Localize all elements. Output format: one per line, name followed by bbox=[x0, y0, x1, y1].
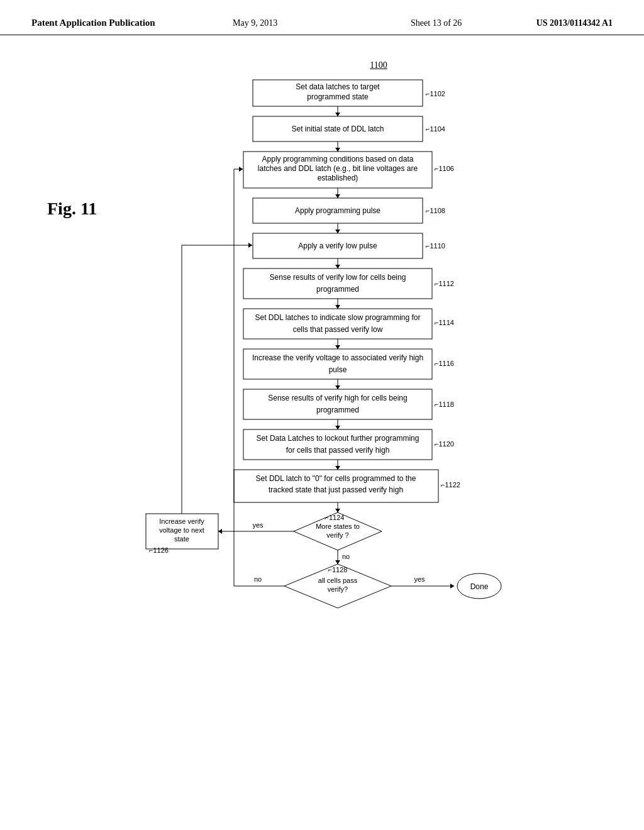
patent-number: US 2013/0114342 A1 bbox=[536, 18, 613, 28]
svg-marker-80 bbox=[335, 560, 340, 564]
svg-text:programmed state: programmed state bbox=[307, 92, 369, 101]
svg-marker-51 bbox=[335, 426, 340, 429]
svg-text:yes: yes bbox=[252, 521, 264, 529]
svg-text:cells that passed verify low: cells that passed verify low bbox=[293, 325, 383, 334]
svg-text:Set data latches to target: Set data latches to target bbox=[296, 82, 380, 91]
svg-text:tracked state that just passed: tracked state that just passed verify hi… bbox=[269, 485, 403, 494]
svg-text:Set initial state of DDL latch: Set initial state of DDL latch bbox=[292, 124, 384, 133]
svg-text:Apply a verify low pulse: Apply a verify low pulse bbox=[298, 241, 377, 250]
svg-marker-33 bbox=[335, 305, 340, 309]
svg-text:Increase verify: Increase verify bbox=[159, 517, 204, 525]
svg-text:More states to: More states to bbox=[316, 523, 360, 530]
svg-text:voltage to next: voltage to next bbox=[159, 526, 204, 534]
svg-text:⌐1118: ⌐1118 bbox=[435, 401, 454, 408]
svg-marker-78 bbox=[248, 243, 252, 248]
svg-marker-69 bbox=[218, 529, 222, 534]
svg-marker-22 bbox=[335, 230, 340, 233]
svg-text:no: no bbox=[254, 575, 262, 583]
svg-text:for cells that passed verify h: for cells that passed verify high bbox=[286, 446, 390, 455]
svg-text:Set DDL latch to "0" for cells: Set DDL latch to "0" for cells programme… bbox=[256, 474, 416, 483]
figure-label: Fig. 11 bbox=[47, 199, 97, 219]
svg-marker-87 bbox=[450, 584, 454, 589]
svg-text:programmed: programmed bbox=[316, 406, 359, 414]
svg-text:no: no bbox=[342, 553, 350, 560]
svg-text:verify?: verify? bbox=[328, 585, 348, 593]
page-header: Patent Application Publication May 9, 20… bbox=[0, 0, 644, 35]
svg-marker-17 bbox=[335, 194, 340, 198]
svg-marker-63 bbox=[335, 509, 340, 512]
main-content: Fig. 11 1100 Set data latches to target … bbox=[0, 35, 644, 822]
svg-text:latches and DDL latch (e.g., b: latches and DDL latch (e.g., bit line vo… bbox=[258, 164, 418, 173]
sheet-label: Sheet 13 of 26 bbox=[355, 18, 518, 28]
svg-text:Increase the verify voltage to: Increase the verify voltage to associate… bbox=[252, 353, 423, 362]
svg-text:⌐1120: ⌐1120 bbox=[435, 440, 454, 448]
svg-text:state: state bbox=[174, 535, 189, 543]
svg-text:yes: yes bbox=[414, 575, 425, 583]
svg-text:Sense results of verify high f: Sense results of verify high for cells b… bbox=[268, 394, 407, 402]
date-label: May 9, 2013 bbox=[174, 18, 336, 28]
svg-text:programmed: programmed bbox=[316, 285, 359, 294]
svg-text:⌐1124: ⌐1124 bbox=[325, 514, 345, 521]
svg-text:Apply programming conditions b: Apply programming conditions based on da… bbox=[262, 155, 414, 163]
svg-text:all cells pass: all cells pass bbox=[318, 577, 358, 584]
svg-text:⌐1126: ⌐1126 bbox=[149, 546, 169, 554]
flowchart-diagram: 1100 Set data latches to target programm… bbox=[38, 60, 606, 803]
svg-text:⌐1102: ⌐1102 bbox=[426, 90, 445, 97]
svg-marker-39 bbox=[335, 345, 340, 349]
svg-text:⌐1104: ⌐1104 bbox=[426, 125, 445, 133]
svg-text:⌐1122: ⌐1122 bbox=[441, 481, 460, 489]
svg-text:⌐1114: ⌐1114 bbox=[435, 319, 454, 326]
svg-text:Sense results of verify low fo: Sense results of verify low for cells be… bbox=[270, 273, 406, 282]
diagram-id: 1100 bbox=[151, 60, 606, 70]
flowchart-svg: Set data latches to target programmed st… bbox=[102, 74, 542, 803]
svg-text:verify ?: verify ? bbox=[326, 531, 348, 539]
svg-text:⌐1110: ⌐1110 bbox=[426, 242, 445, 250]
svg-marker-27 bbox=[335, 265, 340, 268]
svg-text:Set DDL latches to indicate sl: Set DDL latches to indicate slow program… bbox=[255, 313, 420, 322]
svg-text:Set Data Latches to lockout fu: Set Data Latches to lockout further prog… bbox=[257, 434, 419, 443]
svg-marker-45 bbox=[335, 385, 340, 389]
svg-marker-10 bbox=[335, 148, 340, 152]
svg-marker-95 bbox=[239, 167, 243, 172]
publication-label: Patent Application Publication bbox=[31, 18, 155, 28]
svg-marker-57 bbox=[335, 466, 340, 470]
svg-text:Done: Done bbox=[470, 582, 489, 591]
svg-text:⌐1106: ⌐1106 bbox=[435, 165, 454, 172]
svg-text:⌐1108: ⌐1108 bbox=[426, 207, 445, 214]
svg-marker-5 bbox=[335, 113, 340, 116]
svg-text:established): established) bbox=[318, 174, 358, 182]
svg-text:⌐1128: ⌐1128 bbox=[328, 566, 348, 573]
svg-text:pulse: pulse bbox=[329, 365, 347, 374]
svg-text:Apply programming pulse: Apply programming pulse bbox=[295, 206, 380, 215]
svg-text:⌐1116: ⌐1116 bbox=[435, 360, 454, 367]
svg-text:⌐1112: ⌐1112 bbox=[435, 280, 454, 287]
